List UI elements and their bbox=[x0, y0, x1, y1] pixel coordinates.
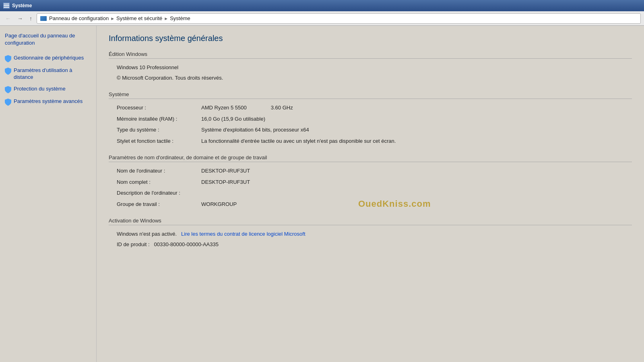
computer-section-header: Paramètres de nom d'ordinateur, de domai… bbox=[109, 154, 632, 162]
sidebar-item-parametres-util[interactable]: Paramètres d'utilisation à distance bbox=[5, 67, 91, 81]
processor-row: Processeur : AMD Ryzen 5 5500 3.60 GHz bbox=[109, 104, 632, 112]
activation-section: Activation de Windows Windows n'est pas … bbox=[109, 218, 632, 248]
shield-icon-2 bbox=[5, 68, 11, 75]
computer-section: Paramètres de nom d'ordinateur, de domai… bbox=[109, 154, 632, 208]
full-name-label: Nom complet : bbox=[117, 178, 201, 186]
activation-status-text: Windows n'est pas activé. bbox=[117, 231, 177, 237]
main-window: Système ← → ↑ Panneau de configuration ►… bbox=[0, 0, 644, 362]
full-name-row: Nom complet : DESKTOP-IRUF3UT bbox=[109, 178, 632, 186]
svg-rect-1 bbox=[4, 5, 9, 6]
content-area: OuedKniss.com Informations système génér… bbox=[97, 26, 644, 362]
edition-section: Édition Windows Windows 10 Professionnel… bbox=[109, 51, 632, 82]
title-bar: Système bbox=[0, 0, 644, 11]
back-button[interactable]: ← bbox=[3, 14, 13, 23]
type-label: Type du système : bbox=[117, 126, 201, 134]
breadcrumb-sep-2: ► bbox=[164, 16, 168, 21]
window-title: Système bbox=[12, 3, 32, 8]
sidebar-item-label-4: Paramètres système avancés bbox=[14, 98, 83, 105]
workgroup-row: Groupe de travail : WORKGROUP bbox=[109, 200, 632, 208]
activation-section-header: Activation de Windows bbox=[109, 218, 632, 225]
processor-value: AMD Ryzen 5 5500 bbox=[201, 104, 247, 112]
product-id-row: ID de produit : 00330-80000-00000-AA335 bbox=[109, 241, 632, 249]
svg-rect-2 bbox=[4, 7, 9, 8]
workgroup-value: WORKGROUP bbox=[201, 200, 632, 208]
full-name-value: DESKTOP-IRUF3UT bbox=[201, 178, 632, 186]
windows-version: Windows 10 Professionnel bbox=[109, 64, 632, 72]
breadcrumb-item-1[interactable]: Panneau de configuration bbox=[49, 15, 109, 21]
sidebar-item-label-3: Protection du système bbox=[14, 86, 66, 93]
computer-header-text: Paramètres de nom d'ordinateur, de domai… bbox=[109, 154, 267, 160]
svg-rect-0 bbox=[4, 4, 9, 4]
activation-status-row: Windows n'est pas activé. Lire les terme… bbox=[109, 230, 632, 238]
ram-row: Mémoire installée (RAM) : 16,0 Go (15,9 … bbox=[109, 115, 632, 123]
description-row: Description de l'ordinateur : bbox=[109, 189, 632, 197]
license-link[interactable]: Lire les termes du contrat de licence lo… bbox=[181, 231, 305, 237]
system-section: Système Processeur : AMD Ryzen 5 5500 3.… bbox=[109, 91, 632, 145]
sidebar-item-label-2: Paramètres d'utilisation à distance bbox=[14, 67, 91, 81]
sidebar-item-protection[interactable]: Protection du système bbox=[5, 86, 91, 93]
tactile-row: Stylet et fonction tactile : La fonction… bbox=[109, 137, 632, 145]
breadcrumb-computer-icon bbox=[40, 16, 47, 21]
ram-label: Mémoire installée (RAM) : bbox=[117, 115, 201, 123]
workgroup-label: Groupe de travail : bbox=[117, 200, 201, 208]
sidebar-item-parametres-sys[interactable]: Paramètres système avancés bbox=[5, 98, 91, 106]
edition-header-text: Édition Windows bbox=[109, 51, 147, 57]
title-bar-icon bbox=[3, 2, 10, 9]
forward-button[interactable]: → bbox=[15, 14, 25, 23]
sidebar-home-link[interactable]: Page d'accueil du panneau de configurati… bbox=[5, 32, 91, 47]
system-header-text: Système bbox=[109, 91, 129, 97]
computer-name-label: Nom de l'ordinateur : bbox=[117, 167, 201, 175]
copyright-text: © Microsoft Corporation. Tous droits rés… bbox=[109, 74, 632, 82]
activation-header-text: Activation de Windows bbox=[109, 218, 161, 224]
breadcrumb-item-2[interactable]: Système et sécurité bbox=[116, 15, 162, 21]
product-id-value: 00330-80000-00000-AA335 bbox=[154, 241, 219, 247]
shield-icon-3 bbox=[5, 86, 11, 93]
page-title: Informations système générales bbox=[109, 34, 632, 43]
processor-speed: 3.60 GHz bbox=[271, 104, 293, 112]
computer-name-row: Nom de l'ordinateur : DESKTOP-IRUF3UT bbox=[109, 167, 632, 175]
shield-icon-1 bbox=[5, 55, 11, 62]
edition-section-header: Édition Windows bbox=[109, 51, 632, 59]
product-id-label: ID de produit : bbox=[117, 241, 150, 247]
sidebar: Page d'accueil du panneau de configurati… bbox=[0, 26, 97, 362]
main-layout: Page d'accueil du panneau de configurati… bbox=[0, 26, 644, 362]
system-section-header: Système bbox=[109, 91, 632, 99]
description-label: Description de l'ordinateur : bbox=[117, 189, 201, 197]
tactile-value: La fonctionnalité d'entrée tactile ou av… bbox=[201, 137, 632, 145]
processor-label: Processeur : bbox=[117, 104, 201, 112]
shield-icon-4 bbox=[5, 99, 11, 106]
breadcrumb-bar: Panneau de configuration ► Système et sé… bbox=[37, 13, 641, 24]
type-row: Type du système : Système d'exploitation… bbox=[109, 126, 632, 134]
address-bar: ← → ↑ Panneau de configuration ► Système… bbox=[0, 11, 644, 26]
ram-value: 16,0 Go (15,9 Go utilisable) bbox=[201, 115, 632, 123]
type-value: Système d'exploitation 64 bits, processe… bbox=[201, 126, 632, 134]
description-value bbox=[201, 189, 632, 197]
sidebar-item-gestionnaire[interactable]: Gestionnaire de périphériques bbox=[5, 55, 91, 62]
tactile-label: Stylet et fonction tactile : bbox=[117, 137, 201, 145]
breadcrumb-sep-1: ► bbox=[110, 16, 115, 21]
sidebar-item-label-1: Gestionnaire de périphériques bbox=[14, 55, 84, 62]
breadcrumb-item-3[interactable]: Système bbox=[170, 15, 190, 21]
computer-name-value: DESKTOP-IRUF3UT bbox=[201, 167, 632, 175]
up-button[interactable]: ↑ bbox=[27, 14, 34, 23]
